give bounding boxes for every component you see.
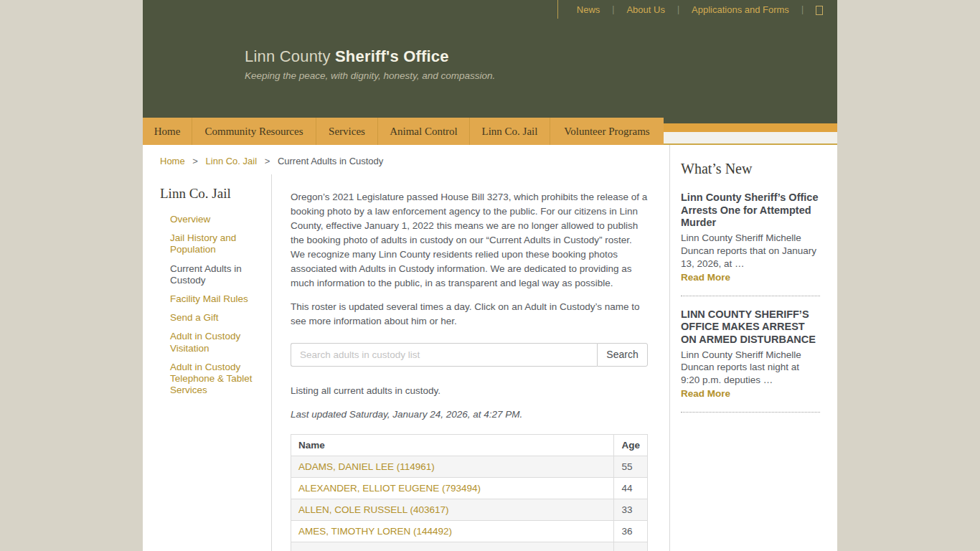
table-row: ALEXANDER, ELLIOT EUGENE (793494) 44: [291, 477, 648, 499]
main-navigation: Home Community Resources Services Animal…: [143, 118, 837, 145]
topbar-link-about-us[interactable]: About Us: [626, 4, 664, 15]
whats-new-sidebar: What’s New Linn County Sheriff’s Office …: [669, 145, 837, 551]
news-item-title: LINN COUNTY SHERIFF’S OFFICE MAKES ARRES…: [681, 309, 820, 347]
page-container: News | About Us | Applications and Forms…: [143, 0, 837, 551]
custody-name-link[interactable]: ADAMS, DANIEL LEE (114961): [298, 461, 435, 472]
nav-menu: Home Community Resources Services Animal…: [143, 118, 664, 145]
read-more-link[interactable]: Read More: [681, 388, 730, 399]
jail-menu-item-facility-mail-rules[interactable]: Facility Mail Rules: [160, 293, 271, 305]
custody-age: 36: [614, 520, 648, 542]
site-header: News | About Us | Applications and Forms…: [143, 0, 837, 118]
topbar-separator: |: [612, 4, 614, 14]
page-body: Oregon’s 2021 Legislature passed House B…: [272, 174, 669, 551]
news-item: LINN COUNTY SHERIFF’S OFFICE MAKES ARRES…: [681, 309, 820, 413]
table-header-name: Name: [291, 434, 614, 456]
jail-menu-item-current-adults: Current Adults in Custody: [160, 263, 271, 286]
nav-item-community-resources[interactable]: Community Resources: [192, 118, 316, 145]
nav-item-services[interactable]: Services: [316, 118, 378, 145]
topbar-separator: |: [801, 4, 804, 14]
whats-new-heading: What’s New: [681, 161, 820, 177]
news-item-title: Linn County Sheriff’s Office Arrests One…: [681, 192, 820, 230]
topbar-link-applications-forms[interactable]: Applications and Forms: [692, 4, 789, 15]
breadcrumb-separator: >: [192, 156, 198, 166]
left-region: Home > Linn Co. Jail > Current Adults in…: [143, 145, 669, 551]
news-item-excerpt: Linn County Sheriff Michelle Duncan repo…: [681, 232, 820, 270]
nav-right-light-strip: [664, 132, 837, 145]
intro-paragraph: Oregon’s 2021 Legislature passed House B…: [291, 190, 648, 291]
site-tagline: Keeping the peace, with dignity, honesty…: [245, 70, 495, 81]
breadcrumb-separator: >: [265, 156, 270, 166]
jail-section-menu: Linn Co. Jail Overview Jail History and …: [143, 174, 272, 551]
custody-name-link[interactable]: AMES, TIMOTHY LOREN (144492): [298, 526, 452, 537]
topbar-box-icon[interactable]: [816, 6, 823, 15]
nav-right-green-strip: [664, 118, 837, 123]
table-row: AMES, TIMOTHY LOREN (144492) 36: [291, 520, 648, 542]
breadcrumb-home[interactable]: Home: [160, 156, 185, 166]
site-title-bold: Sheriff's Office: [335, 47, 449, 65]
nav-item-home[interactable]: Home: [143, 118, 192, 145]
site-title-regular: Linn County: [245, 47, 335, 65]
news-item: Linn County Sheriff’s Office Arrests One…: [681, 192, 820, 296]
custody-search-input[interactable]: [291, 343, 597, 367]
topbar-links: News | About Us | Applications and Forms…: [557, 0, 823, 19]
topbar-separator: |: [677, 4, 679, 14]
breadcrumb-linn-co-jail[interactable]: Linn Co. Jail: [206, 156, 258, 166]
nav-right-gold-strip: [664, 123, 837, 132]
custody-age: 44: [614, 477, 648, 499]
nav-right-strip: [664, 118, 837, 145]
custody-age: 55: [614, 456, 648, 477]
custody-name-link[interactable]: ALEXANDER, ELLIOT EUGENE (793494): [298, 483, 481, 494]
jail-menu-item-jail-history[interactable]: Jail History and Population: [160, 232, 271, 255]
jail-menu-item-telephone-tablet[interactable]: Adult in Custody Telephone & Tablet Serv…: [160, 362, 271, 397]
table-row: ALLEN, COLE RUSSELL (403617) 33: [291, 499, 648, 520]
table-row: ADAMS, DANIEL LEE (114961) 55: [291, 456, 648, 477]
breadcrumb: Home > Linn Co. Jail > Current Adults in…: [143, 145, 669, 174]
main-content-area: Home > Linn Co. Jail > Current Adults in…: [143, 145, 837, 551]
site-title: Linn County Sheriff's Office: [245, 47, 495, 66]
custody-search-button[interactable]: Search: [597, 343, 648, 367]
custody-search: Search: [291, 343, 648, 367]
table-header-age: Age: [614, 434, 648, 456]
jail-menu-item-send-a-gift[interactable]: Send a Gift: [160, 312, 271, 324]
roster-paragraph: This roster is updated several times a d…: [291, 300, 648, 329]
custody-name-link[interactable]: ALLEN, COLE RUSSELL (403617): [298, 504, 449, 515]
nav-item-volunteer-programs[interactable]: Volunteer Programs: [550, 118, 664, 145]
nav-item-animal-control[interactable]: Animal Control: [378, 118, 470, 145]
nav-item-linn-co-jail[interactable]: Linn Co. Jail: [470, 118, 550, 145]
custody-roster-table: Name Age ADAMS, DANIEL LEE (114961) 55 A…: [291, 434, 648, 551]
read-more-link[interactable]: Read More: [681, 272, 730, 283]
table-row-partial: [291, 542, 648, 551]
listing-text: Listing all current adults in custody.: [291, 384, 648, 398]
site-identity: Linn County Sheriff's Office Keeping the…: [245, 47, 495, 81]
news-item-excerpt: Linn County Sheriff Michelle Duncan repo…: [681, 349, 820, 387]
jail-menu-item-visitation[interactable]: Adult in Custody Visitation: [160, 331, 271, 354]
content-columns: Linn Co. Jail Overview Jail History and …: [143, 174, 669, 551]
jail-menu-heading: Linn Co. Jail: [160, 186, 271, 202]
custody-age: 33: [614, 499, 648, 520]
breadcrumb-current-page: Current Adults in Custody: [278, 156, 383, 166]
jail-menu-list: Overview Jail History and Population Cur…: [160, 214, 271, 396]
topbar-link-news[interactable]: News: [577, 4, 600, 15]
table-header-row: Name Age: [291, 434, 648, 456]
last-updated-text: Last updated Saturday, January 24, 2026,…: [291, 408, 648, 422]
jail-menu-item-overview[interactable]: Overview: [160, 214, 271, 225]
